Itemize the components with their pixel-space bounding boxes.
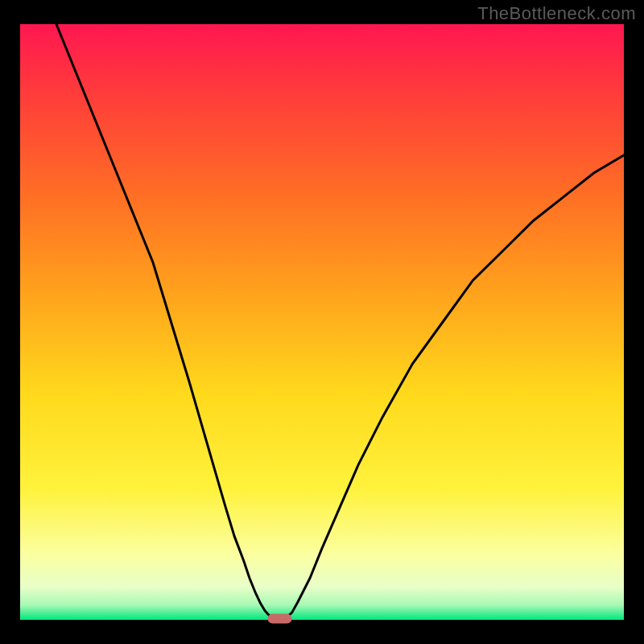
- watermark: TheBottleneck.com: [477, 3, 636, 24]
- plot-background: [20, 24, 624, 620]
- chart-svg: [0, 0, 644, 644]
- minimum-marker: [268, 614, 292, 624]
- chart-root: TheBottleneck.com: [0, 0, 644, 644]
